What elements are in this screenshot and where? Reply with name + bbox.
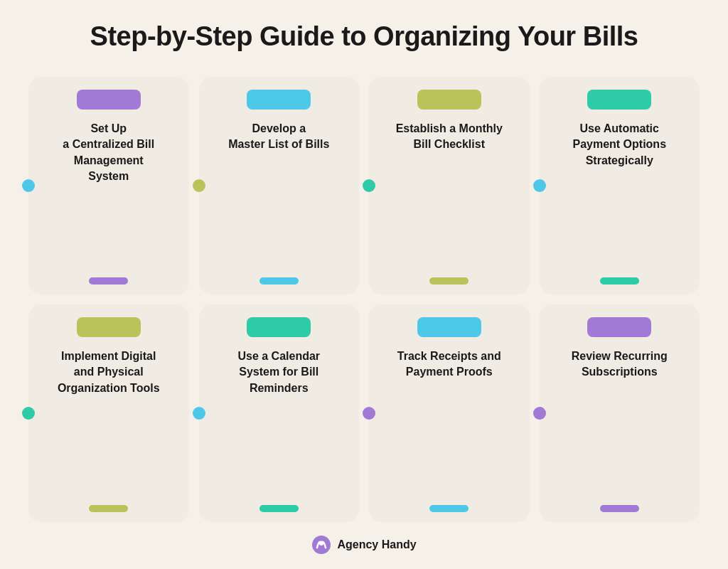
card-dot (193, 407, 205, 420)
card-top-bar (587, 90, 651, 110)
card-title: Track Receipts andPayment Proofs (397, 349, 501, 495)
card-bottom-bar (429, 505, 469, 512)
card-dot (363, 179, 375, 192)
page-wrapper: Step-by-Step Guide to Organizing Your Bi… (0, 0, 728, 569)
card-title: Review RecurringSubscriptions (572, 349, 668, 495)
card-bottom-bar (89, 277, 128, 284)
page-title: Step-by-Step Guide to Organizing Your Bi… (90, 21, 638, 52)
card-dot (22, 407, 35, 420)
card-top-bar (417, 317, 481, 337)
card-top-bar (77, 90, 141, 110)
card-recurring-subscriptions: Review RecurringSubscriptions (540, 304, 700, 522)
card-top-bar (247, 90, 311, 110)
card-bottom-bar (429, 277, 469, 284)
card-title: Implement Digitaland PhysicalOrganizatio… (58, 349, 160, 495)
card-top-bar (247, 317, 311, 337)
card-bottom-bar (259, 277, 299, 284)
card-calendar-system: Use a CalendarSystem for BillReminders (199, 304, 360, 522)
cards-grid: Set Upa Centralized BillManagementSystem… (28, 77, 700, 522)
brand-name: Agency Handy (337, 538, 416, 551)
card-title: Develop aMaster List of Bills (228, 121, 329, 267)
card-title: Establish a MonthlyBill Checklist (396, 121, 503, 267)
agency-handy-logo (311, 535, 331, 555)
card-bottom-bar (259, 505, 299, 512)
card-dot (533, 407, 546, 420)
card-dot (533, 179, 546, 192)
card-dot (22, 179, 35, 192)
card-centralized-bill: Set Upa Centralized BillManagementSystem (28, 77, 189, 294)
card-monthly-checklist: Establish a MonthlyBill Checklist (369, 77, 530, 294)
card-dot (363, 407, 375, 420)
card-top-bar (417, 90, 481, 110)
card-bottom-bar (89, 505, 128, 512)
card-bottom-bar (600, 277, 639, 284)
card-top-bar (587, 317, 651, 337)
card-title: Use a CalendarSystem for BillReminders (237, 349, 320, 495)
card-master-list: Develop aMaster List of Bills (199, 77, 360, 294)
card-automatic-payment: Use AutomaticPayment OptionsStrategicall… (540, 77, 700, 294)
card-dot (193, 179, 205, 192)
brand-footer: Agency Handy (311, 535, 416, 555)
card-bottom-bar (600, 505, 639, 512)
card-digital-physical: Implement Digitaland PhysicalOrganizatio… (28, 304, 189, 522)
card-top-bar (77, 317, 141, 337)
svg-point-1 (319, 541, 323, 546)
card-title: Set Upa Centralized BillManagementSystem (63, 121, 154, 267)
card-title: Use AutomaticPayment OptionsStrategicall… (572, 121, 666, 267)
card-track-receipts: Track Receipts andPayment Proofs (369, 304, 530, 522)
